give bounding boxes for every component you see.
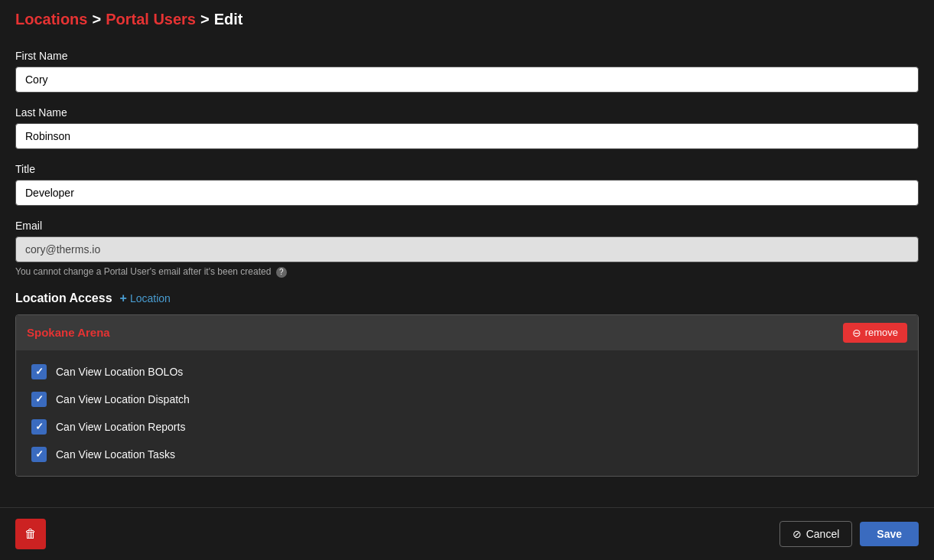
breadcrumb-edit: Edit — [214, 11, 243, 28]
permission-item-tasks: ✓Can View Location Tasks — [31, 441, 903, 468]
permission-item-bolos: ✓Can View Location BOLOs — [31, 358, 903, 386]
checkbox-tasks[interactable]: ✓ — [31, 447, 47, 462]
trash-icon: 🗑 — [24, 527, 37, 541]
delete-button[interactable]: 🗑 — [15, 519, 46, 549]
title-group: Title — [15, 163, 919, 206]
location-name: Spokane Arena — [27, 326, 110, 339]
ban-icon: ⊘ — [792, 528, 802, 540]
checkmark-icon: ✓ — [35, 393, 44, 405]
remove-label: remove — [865, 327, 898, 338]
breadcrumb: Locations > Portal Users > Edit — [15, 11, 919, 28]
title-label: Title — [15, 163, 919, 175]
cancel-button[interactable]: ⊘ Cancel — [779, 521, 853, 547]
email-hint: You cannot change a Portal User's email … — [15, 266, 919, 278]
checkbox-dispatch[interactable]: ✓ — [31, 392, 47, 407]
last-name-label: Last Name — [15, 106, 919, 119]
permission-label-dispatch: Can View Location Dispatch — [56, 393, 190, 405]
checkmark-icon: ✓ — [35, 448, 44, 460]
add-location-label: Location — [130, 292, 171, 304]
checkmark-icon: ✓ — [35, 421, 44, 432]
add-location-button[interactable]: + Location — [120, 291, 171, 305]
permission-label-reports: Can View Location Reports — [56, 421, 185, 433]
first-name-input[interactable] — [15, 67, 919, 93]
permission-item-reports: ✓Can View Location Reports — [31, 413, 903, 441]
checkbox-bolos[interactable]: ✓ — [31, 364, 47, 379]
breadcrumb-separator-1: > — [92, 11, 101, 28]
cancel-label: Cancel — [806, 528, 840, 540]
breadcrumb-portal-users[interactable]: Portal Users — [106, 11, 196, 28]
permissions-list: ✓Can View Location BOLOs✓Can View Locati… — [16, 350, 918, 476]
title-input[interactable] — [15, 180, 919, 206]
plus-icon: + — [120, 291, 127, 305]
location-access-title: Location Access — [15, 291, 112, 305]
location-access-header: Location Access + Location — [15, 291, 919, 305]
location-block: Spokane Arena ⊖ remove ✓Can View Locatio… — [15, 314, 919, 477]
last-name-group: Last Name — [15, 106, 919, 149]
email-group: Email You cannot change a Portal User's … — [15, 220, 919, 278]
email-label: Email — [15, 220, 919, 232]
email-input — [15, 236, 919, 262]
footer-actions: ⊘ Cancel Save — [779, 521, 919, 547]
footer-bar: 🗑 ⊘ Cancel Save — [0, 507, 934, 560]
first-name-label: First Name — [15, 50, 919, 62]
checkbox-reports[interactable]: ✓ — [31, 419, 47, 435]
permission-label-tasks: Can View Location Tasks — [56, 448, 175, 461]
first-name-group: First Name — [15, 50, 919, 93]
permission-label-bolos: Can View Location BOLOs — [56, 366, 183, 378]
last-name-input[interactable] — [15, 123, 919, 149]
question-icon: ? — [276, 267, 287, 278]
permission-item-dispatch: ✓Can View Location Dispatch — [31, 386, 903, 413]
breadcrumb-locations[interactable]: Locations — [15, 11, 87, 28]
breadcrumb-separator-2: > — [200, 11, 210, 28]
location-header: Spokane Arena ⊖ remove — [16, 315, 918, 350]
remove-location-button[interactable]: ⊖ remove — [843, 323, 907, 343]
checkmark-icon: ✓ — [35, 366, 44, 377]
save-button[interactable]: Save — [860, 522, 919, 546]
minus-circle-icon: ⊖ — [852, 327, 861, 339]
